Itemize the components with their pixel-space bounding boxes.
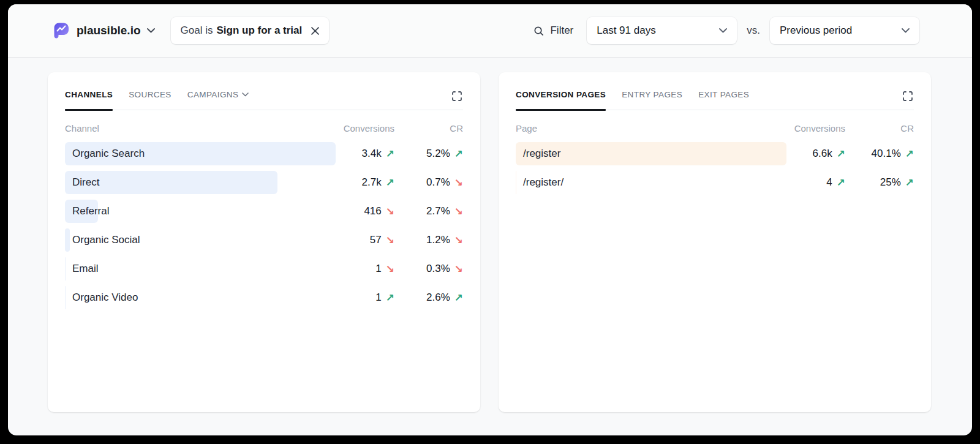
cr-value: 2.7% [426,205,450,217]
column-headers: Channel Conversions CR [65,123,463,134]
comparison-value: Previous period [780,24,852,37]
row-cr-cell: 1.2%↘ [394,234,463,246]
row-name-cell: /register [516,142,786,165]
conversions-value: 3.4k [362,148,382,160]
column-headers: Page Conversions CR [516,123,914,134]
comparison-select[interactable]: Previous period [770,17,919,44]
row-conversions-cell: 57↘ [336,234,394,246]
row-cr-cell: 0.3%↘ [394,263,463,275]
row-name-cell: Organic Video [65,286,336,309]
trend-up-icon: ↗ [454,293,463,303]
row-name-cell: /register/ [516,171,786,194]
expand-icon[interactable] [451,90,463,102]
goal-filter-value: Sign up for a trial [216,24,302,37]
trend-down-icon: ↘ [454,264,463,274]
row-cr-cell: 2.7%↘ [394,205,463,217]
conversions-value: 6.6k [813,148,832,160]
plausible-logo-icon [52,21,70,40]
tab-label: CONVERSION PAGES [516,90,606,99]
row-cr-cell: 5.2%↗ [394,148,463,160]
channels-tabs: CHANNELSSOURCESCAMPAIGNS [65,90,451,110]
goal-filter-chip[interactable]: Goal is Sign up for a trial [171,17,330,44]
row-conversions-cell: 1↘ [336,263,394,275]
pages-rows: /register6.6k↗40.1%↗/register/4↗25%↗ [516,142,914,194]
row-conversions-cell: 2.7k↗ [336,176,394,189]
channels-panel: CHANNELSSOURCESCAMPAIGNS Channel Convers… [48,72,480,412]
row-conversions-cell: 4↗ [786,176,845,189]
table-row[interactable]: Organic Social57↘1.2%↘ [65,228,463,252]
cr-value: 0.3% [426,263,450,275]
row-name-cell: Referral [65,200,336,223]
row-cr-cell: 40.1%↗ [845,148,914,160]
table-row[interactable]: Organic Search3.4k↗5.2%↗ [65,142,463,165]
chevron-down-icon [719,28,727,33]
table-row[interactable]: /register/4↗25%↗ [516,171,914,194]
goal-filter-prefix: Goal is [181,24,213,37]
row-conversions-cell: 6.6k↗ [786,148,845,160]
cr-value: 5.2% [426,148,450,160]
cr-value: 1.2% [426,234,450,246]
tab-label: ENTRY PAGES [622,90,682,99]
cr-value: 40.1% [872,148,901,160]
row-name-cell: Direct [65,171,336,194]
row-label: Email [72,263,99,275]
row-label: Direct [72,176,99,189]
tab-conversion-pages[interactable]: CONVERSION PAGES [516,90,606,110]
tab-label: CAMPAIGNS [187,90,239,99]
trend-down-icon: ↘ [386,264,394,274]
trend-down-icon: ↘ [386,206,394,217]
tab-campaigns[interactable]: CAMPAIGNS [187,90,249,110]
cr-value: 2.6% [426,292,450,304]
column-header-conversions: Conversions [336,123,394,134]
chevron-down-icon [147,28,155,33]
close-icon[interactable] [311,27,319,35]
column-header-name: Page [516,123,786,134]
row-name-cell: Organic Search [65,142,336,165]
table-row[interactable]: Email1↘0.3%↘ [65,257,463,280]
row-cr-cell: 25%↗ [845,176,914,189]
expand-icon[interactable] [902,90,914,102]
tab-entry-pages[interactable]: ENTRY PAGES [622,90,682,110]
column-header-cr: CR [394,123,463,134]
topbar: plausible.io Goal is Sign up for a trial… [8,4,972,58]
pages-panel: CONVERSION PAGESENTRY PAGESEXIT PAGES Pa… [499,72,931,412]
row-label: Organic Social [72,234,140,246]
pages-tabs-row: CONVERSION PAGESENTRY PAGESEXIT PAGES [516,72,914,110]
site-switcher[interactable]: plausible.io [52,21,155,40]
trend-down-icon: ↘ [454,235,463,246]
tab-exit-pages[interactable]: EXIT PAGES [698,90,749,110]
table-row[interactable]: Organic Video1↗2.6%↗ [65,286,463,309]
trend-up-icon: ↗ [837,149,845,159]
row-name-cell: Email [65,257,336,280]
vs-label: vs. [747,24,760,37]
chevron-down-icon [242,92,249,97]
trend-up-icon: ↗ [837,178,845,188]
table-row[interactable]: Direct2.7k↗0.7%↘ [65,171,463,194]
table-row[interactable]: Referral416↘2.7%↘ [65,200,463,223]
conversions-value: 416 [364,205,381,217]
table-row[interactable]: /register6.6k↗40.1%↗ [516,142,914,165]
date-range-select[interactable]: Last 91 days [587,17,737,44]
filter-button[interactable]: Filter [533,24,573,37]
topbar-right: Filter Last 91 days vs. Previous period [533,17,919,44]
row-conversions-cell: 3.4k↗ [336,148,394,160]
trend-up-icon: ↗ [905,178,914,188]
conversions-value: 1 [375,263,381,275]
conversions-value: 1 [375,292,381,304]
column-header-cr: CR [845,123,914,134]
tab-channels[interactable]: CHANNELS [65,90,113,110]
date-range-value: Last 91 days [597,24,655,37]
trend-up-icon: ↗ [386,178,394,188]
row-label: Referral [72,205,109,217]
trend-up-icon: ↗ [386,293,394,303]
row-label: Organic Search [72,148,145,160]
column-header-conversions: Conversions [786,123,845,134]
pages-tabs: CONVERSION PAGESENTRY PAGESEXIT PAGES [516,90,902,110]
row-cr-cell: 0.7%↘ [394,176,463,189]
column-header-name: Channel [65,123,336,134]
filter-label: Filter [550,24,573,37]
site-name: plausible.io [77,24,141,37]
tab-sources[interactable]: SOURCES [129,90,172,110]
app-window: plausible.io Goal is Sign up for a trial… [8,4,972,435]
trend-up-icon: ↗ [386,149,394,159]
